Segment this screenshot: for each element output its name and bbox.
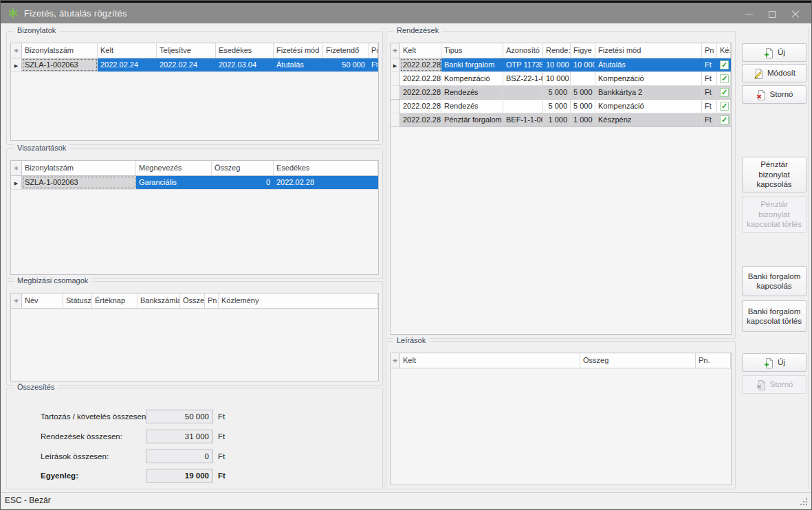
table-row[interactable]: 2022.02.28 Pénztár forgalom BEF-1-1-00 1… — [391, 113, 731, 127]
col-header-statusz[interactable]: Státusz — [63, 293, 92, 308]
cell-tipus: Pénztár forgalom — [441, 113, 503, 126]
table-row-selected[interactable]: ▶ SZLA-1-002063 2022.02.24 2022.02.24 20… — [11, 58, 378, 72]
col-header-figyelembe[interactable]: Figye — [571, 43, 595, 58]
window-controls — [737, 5, 807, 23]
col-header-kelt[interactable]: Kelt — [400, 43, 441, 58]
group-leirasok: Leírások ✳ Kelt Összeg Pn. — [386, 341, 736, 489]
summary-value-field[interactable]: 50 000 — [146, 410, 213, 423]
col-header-osszeg[interactable]: Össze — [180, 293, 205, 308]
current-row-indicator: ▶ — [391, 58, 400, 71]
group-visszatartasok: Visszatartások ✳ Bizonylatszám Megnevezé… — [6, 148, 383, 279]
cell-pn: Ft — [702, 86, 717, 99]
col-header-fizetesi-mod[interactable]: Fizetési mód — [595, 43, 702, 58]
col-header-kezi[interactable]: Kézi — [717, 43, 731, 58]
summary-value-field[interactable]: 31 000 — [146, 430, 213, 443]
cell-kelt: 2022.02.28 — [400, 72, 441, 85]
leiras-storno-button[interactable]: Stornó — [742, 375, 806, 394]
cell-pn: Ft — [702, 100, 717, 113]
col-header-kozlemeny[interactable]: Közlemény — [219, 293, 378, 308]
grid-corner-icon: ✳ — [11, 43, 22, 58]
summary-label: Tartozás / követelés összesen: — [41, 410, 149, 423]
cell-bizonylatszam: SZLA-1-002063 — [22, 58, 98, 71]
col-header-kelt[interactable]: Kelt — [98, 43, 157, 58]
group-bizonylatok: Bizonylatok ✳ Bizonylatszám Kelt Teljesí… — [6, 31, 383, 145]
cell-fizetesi-mod: Bankkártya 2 — [595, 86, 702, 99]
checkbox-checked[interactable]: ✓ — [720, 74, 729, 83]
summary-value-field[interactable]: 19 000 — [146, 469, 213, 483]
cell-figyelembe — [571, 72, 595, 85]
col-header-teljesitve[interactable]: Teljesítve — [157, 43, 216, 58]
col-header-tipus[interactable]: Tipus — [441, 43, 503, 58]
penztar-bizonylat-kapcsolas-button[interactable]: Pénztár bizonylat kapcsolás — [742, 157, 806, 192]
summary-value-field[interactable]: 0 — [146, 450, 213, 463]
group-title: Összesítés — [14, 383, 58, 391]
summary-row: Leírások összesen: 0 Ft — [7, 450, 382, 463]
banki-forgalom-kapcsolat-torles-button[interactable]: Banki forgalom kapcsolat törlés — [742, 300, 806, 332]
col-header-pn[interactable]: Pn. — [696, 353, 731, 368]
cell-kelt: 2022.02.28 — [400, 113, 441, 126]
checkbox-checked[interactable]: ✓ — [720, 60, 729, 69]
checkbox-checked[interactable]: ✓ — [720, 115, 729, 124]
col-header-osszeg[interactable]: Összeg — [580, 353, 696, 368]
col-header-bizonylatszam[interactable]: Bizonylatszám — [22, 161, 136, 175]
col-header-esedekes[interactable]: Esedékes — [274, 161, 378, 175]
cell-kezi: ✓ — [717, 86, 731, 99]
statusbar-text: ESC - Bezár — [5, 496, 51, 505]
checkbox-checked[interactable]: ✓ — [720, 88, 729, 97]
col-header-fizetendo[interactable]: Fizetendő — [323, 43, 369, 58]
col-header-kelt[interactable]: Kelt — [400, 353, 580, 368]
col-header-bizonylatszam[interactable]: Bizonylatszám — [22, 43, 98, 58]
cell-figyelembe: 1 000 — [571, 113, 595, 126]
penztar-bizonylat-kapcsolat-torles-button[interactable]: Pénztár bizonylat kapcsolat törlés — [742, 196, 806, 233]
statusbar: ESC - Bezár — [1, 492, 811, 509]
maximize-button[interactable] — [760, 4, 784, 25]
resize-grip-icon[interactable] — [800, 498, 809, 507]
summary-row: Tartozás / követelés összesen: 50 000 Ft — [7, 410, 382, 423]
col-header-rendezett[interactable]: Rende: — [543, 43, 571, 58]
table-row-selected[interactable]: ▶ SZLA-1-002063 Garanciális 0 2022.02.28 — [11, 176, 378, 190]
cell-tipus: Kompenzáció — [441, 72, 503, 85]
new-doc-icon — [763, 47, 774, 58]
table-row-selected[interactable]: ▶ 2022.02.28 Banki forgalom OTP 117350 1… — [391, 58, 731, 72]
minimize-button[interactable] — [737, 4, 760, 25]
summary-label: Egyenleg: — [41, 469, 78, 483]
col-header-azonosito[interactable]: Azonosító — [503, 43, 543, 58]
col-header-esedekes[interactable]: Esedékes — [216, 43, 274, 58]
col-header-fizetesi-mod[interactable]: Fizetési mód — [274, 43, 323, 58]
col-header-erteknap[interactable]: Értéknap — [92, 293, 138, 308]
cell-osszeg: 0 — [212, 176, 274, 189]
cell-tipus: Banki forgalom — [441, 58, 503, 71]
storno-button[interactable]: Stornó — [742, 85, 806, 104]
summary-row-balance: Egyenleg: 19 000 Ft — [7, 469, 382, 483]
visszatartasok-grid: ✳ Bizonylatszám Megnevezés Összeg Esedék… — [10, 160, 379, 275]
cell-pn: Ft — [702, 113, 717, 126]
col-header-pn[interactable]: Pn — [702, 43, 717, 58]
maximize-icon — [769, 11, 776, 18]
row-indicator — [391, 100, 400, 113]
currency-label: Ft — [218, 410, 225, 423]
table-row[interactable]: 2022.02.28 Rendezés 5 000 5 000 Bankkárt… — [391, 86, 731, 100]
group-title: Megbízási csomagok — [14, 276, 91, 285]
col-header-osszeg[interactable]: Összeg — [212, 161, 274, 175]
currency-label: Ft — [218, 469, 226, 483]
table-row[interactable]: 2022.02.28 Kompenzáció BSZ-22-1-00 10 00… — [391, 72, 731, 86]
col-header-pn[interactable]: Pn — [205, 293, 219, 308]
row-indicator — [391, 72, 400, 85]
uj-button[interactable]: Új — [742, 43, 806, 62]
cell-figyelembe: 5 000 — [571, 100, 595, 113]
table-row[interactable]: 2022.02.28 Rendezés 5 000 5 000 Kompenzá… — [391, 100, 731, 113]
cell-tipus: Rendezés — [441, 100, 503, 113]
modosit-button[interactable]: Módosít — [742, 64, 806, 82]
col-header-megnevezes[interactable]: Megnevezés — [136, 161, 212, 175]
col-header-nev[interactable]: Név — [22, 293, 63, 308]
group-rendezesek: Rendezések ✳ Kelt Tipus Azonosító Rende:… — [386, 31, 736, 339]
cell-fizetesi-mod: Készpénz — [595, 113, 702, 126]
checkbox-checked[interactable]: ✓ — [720, 102, 729, 111]
banki-forgalom-kapcsolas-button[interactable]: Banki forgalom kapcsolás — [742, 266, 806, 296]
col-header-pn[interactable]: Pn — [369, 43, 378, 58]
button-label: Új — [778, 47, 785, 57]
cell-pn: Ft — [702, 72, 717, 85]
close-button[interactable] — [784, 4, 807, 25]
leiras-uj-button[interactable]: Új — [742, 353, 806, 372]
col-header-bankszamla[interactable]: Bankszámla — [138, 293, 180, 308]
